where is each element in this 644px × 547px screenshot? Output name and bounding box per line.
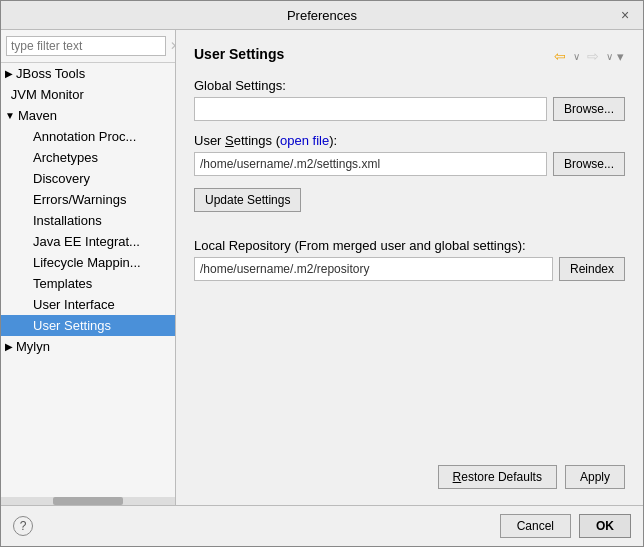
chevron-icon-jvm <box>5 89 8 100</box>
tree-item-label-annotation: Annotation Proc... <box>33 129 136 144</box>
tree-item-label-javaee: Java EE Integrat... <box>33 234 140 249</box>
tree-item-label-archetypes: Archetypes <box>33 150 98 165</box>
filter-input[interactable] <box>6 36 166 56</box>
left-panel: ✕ ▶ JBoss Tools JVM Monitor ▼ Maven <box>1 30 176 505</box>
global-settings-input[interactable] <box>194 97 547 121</box>
local-repo-input[interactable] <box>194 257 553 281</box>
close-button[interactable]: × <box>617 7 633 23</box>
tree-item-jboss[interactable]: ▶ JBoss Tools <box>1 63 175 84</box>
tree-item-templates[interactable]: Templates <box>1 273 175 294</box>
dialog-footer: ? Cancel OK <box>1 505 643 546</box>
local-repo-group: Local Repository (From merged user and g… <box>194 232 625 281</box>
restore-defaults-button[interactable]: Restore Defaults <box>438 465 557 489</box>
apply-button[interactable]: Apply <box>565 465 625 489</box>
tree-item-archetypes[interactable]: Archetypes <box>1 147 175 168</box>
tree-item-label-maven: Maven <box>18 108 57 123</box>
forward-dropdown-arrow[interactable]: ∨ <box>605 49 614 64</box>
tree-item-label-discovery: Discovery <box>33 171 90 186</box>
tree-item-label-jboss: JBoss Tools <box>16 66 85 81</box>
chevron-icon-maven: ▼ <box>5 110 15 121</box>
tree-area: ▶ JBoss Tools JVM Monitor ▼ Maven Annota… <box>1 63 175 497</box>
tree-item-label-installations: Installations <box>33 213 102 228</box>
preferences-dialog: Preferences × ✕ ▶ JBoss Tools JVM Monito… <box>0 0 644 547</box>
tree-item-maven[interactable]: ▼ Maven <box>1 105 175 126</box>
forward-button[interactable]: ⇨ <box>583 46 603 66</box>
update-settings-button[interactable]: Update Settings <box>194 188 301 212</box>
tree-item-usersettings[interactable]: User Settings <box>1 315 175 336</box>
tree-item-label-usersettings: User Settings <box>33 318 111 333</box>
tree-item-label-templates: Templates <box>33 276 92 291</box>
user-settings-label: User Settings (open file): <box>194 133 625 148</box>
tree-item-installations[interactable]: Installations <box>1 210 175 231</box>
footer-buttons: Cancel OK <box>500 514 631 538</box>
scrollbar-thumb <box>53 497 123 505</box>
reindex-button[interactable]: Reindex <box>559 257 625 281</box>
dialog-title: Preferences <box>27 8 617 23</box>
tree-item-label-jvm: JVM Monitor <box>11 87 84 102</box>
local-repo-label: Local Repository (From merged user and g… <box>194 238 625 253</box>
chevron-icon-jboss: ▶ <box>5 68 13 79</box>
user-settings-group: User Settings (open file): Browse... <box>194 133 625 176</box>
global-browse-button[interactable]: Browse... <box>553 97 625 121</box>
spacer <box>194 293 625 445</box>
bottom-buttons: Restore Defaults Apply <box>194 465 625 489</box>
back-dropdown-arrow[interactable]: ∨ <box>572 49 581 64</box>
tree-item-errors[interactable]: Errors/Warnings <box>1 189 175 210</box>
tree-item-lifecycle[interactable]: Lifecycle Mappin... <box>1 252 175 273</box>
ok-button[interactable]: OK <box>579 514 631 538</box>
tree-item-label-lifecycle: Lifecycle Mappin... <box>33 255 141 270</box>
user-settings-row: Browse... <box>194 152 625 176</box>
tree-item-label-errors: Errors/Warnings <box>33 192 126 207</box>
global-settings-group: Global Settings: Browse... <box>194 78 625 121</box>
back-button[interactable]: ⇦ <box>550 46 570 66</box>
global-settings-row: Browse... <box>194 97 625 121</box>
title-bar: Preferences × <box>1 1 643 30</box>
scrollbar[interactable] <box>1 497 175 505</box>
update-settings-row: Update Settings <box>194 188 625 212</box>
tree-item-label-userinterface: User Interface <box>33 297 115 312</box>
right-panel: User Settings ⇦ ∨ ⇨ ∨ ▾ Global Settings:… <box>176 30 643 505</box>
help-button[interactable]: ? <box>13 516 33 536</box>
tree-item-label-mylyn: Mylyn <box>16 339 50 354</box>
user-settings-input[interactable] <box>194 152 547 176</box>
tree-item-mylyn[interactable]: ▶ Mylyn <box>1 336 175 357</box>
chevron-icon-mylyn: ▶ <box>5 341 13 352</box>
filter-bar: ✕ <box>1 30 175 63</box>
tree-item-annotation[interactable]: Annotation Proc... <box>1 126 175 147</box>
nav-icons: ⇦ ∨ ⇨ ∨ ▾ <box>550 46 625 66</box>
global-settings-label: Global Settings: <box>194 78 625 93</box>
tree-item-javaee[interactable]: Java EE Integrat... <box>1 231 175 252</box>
tree-item-jvm[interactable]: JVM Monitor <box>1 84 175 105</box>
section-title: User Settings <box>194 46 284 62</box>
open-file-link[interactable]: open file <box>280 133 329 148</box>
more-dropdown[interactable]: ▾ <box>616 47 625 66</box>
tree-item-userinterface[interactable]: User Interface <box>1 294 175 315</box>
local-repo-row: Reindex <box>194 257 625 281</box>
user-browse-button[interactable]: Browse... <box>553 152 625 176</box>
tree-item-discovery[interactable]: Discovery <box>1 168 175 189</box>
cancel-button[interactable]: Cancel <box>500 514 571 538</box>
dialog-body: ✕ ▶ JBoss Tools JVM Monitor ▼ Maven <box>1 30 643 505</box>
